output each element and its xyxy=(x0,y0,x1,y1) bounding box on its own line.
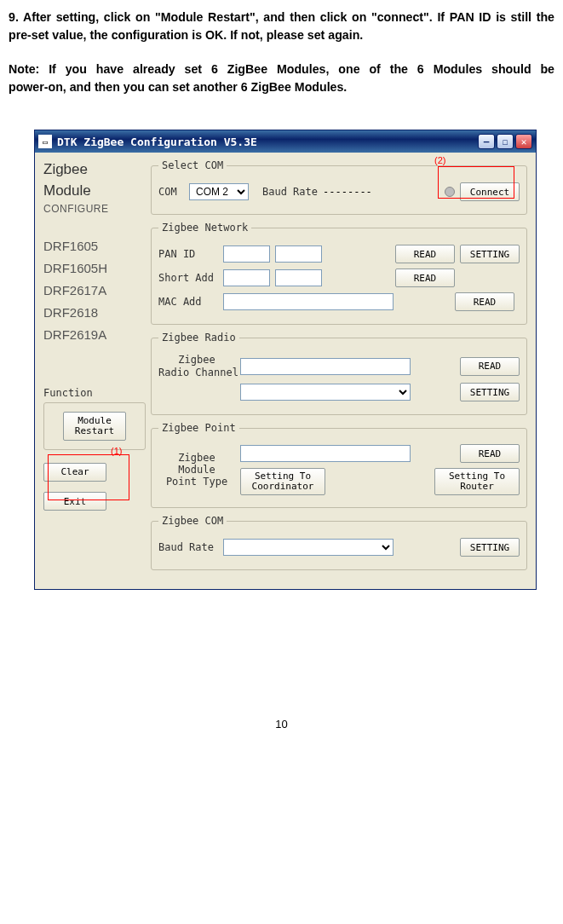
shortadd-field-1[interactable] xyxy=(223,269,270,286)
macadd-read-button[interactable]: READ xyxy=(455,292,514,311)
titlebar: ▭ DTK ZigBee Configuration V5.3E — ☐ ✕ xyxy=(35,130,536,153)
panid-read-button[interactable]: READ xyxy=(395,245,455,263)
callout-1: (1) xyxy=(111,446,122,456)
app-window: ▭ DTK ZigBee Configuration V5.3E — ☐ ✕ Z… xyxy=(34,130,537,590)
minimize-button[interactable]: — xyxy=(478,134,495,149)
com-label: COM xyxy=(158,186,184,198)
model-item: DRF2617A xyxy=(43,283,146,297)
left-heading-1a: Zigbee xyxy=(43,161,146,178)
clear-button[interactable]: Clear xyxy=(43,463,106,482)
group-zigbee-com: Zigbee COM Baud Rate SETTING xyxy=(151,515,527,570)
select-com-legend: Select COM xyxy=(158,159,227,171)
exit-button[interactable]: Exit xyxy=(43,492,106,511)
radio-channel-select[interactable] xyxy=(240,384,411,401)
com-baud-select[interactable] xyxy=(223,539,394,556)
module-restart-button[interactable]: Module Restart xyxy=(63,412,126,441)
window-title: DTK ZigBee Configuration V5.3E xyxy=(57,136,257,148)
radio-legend: Zigbee Radio xyxy=(158,332,239,344)
group-zigbee-point: Zigbee Point Zigbee Module Point Type RE… xyxy=(151,422,527,508)
radio-setting-button[interactable]: SETTING xyxy=(460,383,520,401)
note-line1: Note: If you have already set 6 ZigBee M… xyxy=(9,61,554,78)
panid-field-1[interactable] xyxy=(223,245,270,263)
setting-to-router-button[interactable]: Setting To Router xyxy=(434,468,520,495)
app-icon: ▭ xyxy=(38,135,52,148)
baud-value: -------- xyxy=(323,186,372,198)
com-baud-label: Baud Rate xyxy=(158,541,218,553)
radio-read-button[interactable]: READ xyxy=(460,357,520,376)
baud-label: Baud Rate xyxy=(262,186,318,198)
shortadd-field-2[interactable] xyxy=(275,269,322,286)
left-heading-1b: Module xyxy=(43,182,146,199)
macadd-field[interactable] xyxy=(223,293,394,310)
left-heading-2: CONFIGURE xyxy=(43,203,146,215)
model-item: DRF1605 xyxy=(43,239,146,253)
shortadd-label: Short Add xyxy=(158,272,218,284)
group-zigbee-network: Zigbee Network PAN ID READ SETTING Short… xyxy=(151,222,527,325)
callout-2: (2) xyxy=(434,155,445,165)
setting-to-coordinator-button[interactable]: Setting To Coordinator xyxy=(240,468,325,495)
panid-setting-button[interactable]: SETTING xyxy=(460,245,520,263)
paragraph-step9: 9. After setting, click on "Module Resta… xyxy=(9,9,554,43)
function-legend: Function xyxy=(43,387,146,399)
radio-channel-field[interactable] xyxy=(240,358,411,375)
model-item: DRF2619A xyxy=(43,327,146,342)
note-line2: power-on, and then you can set another 6… xyxy=(9,80,347,94)
status-led-icon xyxy=(445,187,455,197)
paragraph-note: Note: If you have already set 6 ZigBee M… xyxy=(9,61,554,95)
page-number: 10 xyxy=(9,718,554,731)
radio-channel-label: Zigbee Radio Channel xyxy=(158,354,235,378)
macadd-label: MAC Add xyxy=(158,296,218,308)
connect-button[interactable]: Connect xyxy=(460,182,520,201)
left-column: Zigbee Module CONFIGURE DRF1605 DRF1605H… xyxy=(43,159,146,577)
group-zigbee-radio: Zigbee Radio Zigbee Radio Channel READ S… xyxy=(151,332,527,415)
point-type-field[interactable] xyxy=(240,445,411,462)
com-select[interactable]: COM 2 xyxy=(189,183,249,200)
com-legend: Zigbee COM xyxy=(158,515,227,527)
point-type-label: Zigbee Module Point Type xyxy=(158,452,235,488)
point-read-button[interactable]: READ xyxy=(460,444,520,463)
com-setting-button[interactable]: SETTING xyxy=(460,538,520,557)
close-button[interactable]: ✕ xyxy=(515,134,532,149)
panid-field-2[interactable] xyxy=(275,245,322,263)
network-legend: Zigbee Network xyxy=(158,222,251,234)
group-select-com: Select COM COM COM 2 Baud Rate -------- … xyxy=(151,159,527,215)
panid-label: PAN ID xyxy=(158,248,218,260)
shortadd-read-button[interactable]: READ xyxy=(395,269,455,287)
point-legend: Zigbee Point xyxy=(158,422,239,434)
maximize-button[interactable]: ☐ xyxy=(497,134,514,149)
model-item: DRF1605H xyxy=(43,261,146,275)
model-item: DRF2618 xyxy=(43,305,146,320)
